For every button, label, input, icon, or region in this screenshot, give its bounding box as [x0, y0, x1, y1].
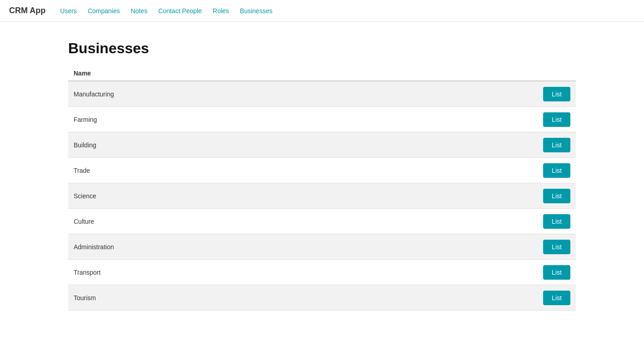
list-button[interactable]: List — [543, 189, 570, 203]
column-name-header: Name — [74, 70, 91, 77]
table-row: ScienceList — [68, 183, 576, 209]
list-button[interactable]: List — [543, 138, 570, 152]
table-header: Name — [68, 66, 576, 81]
business-name: Transport — [74, 269, 543, 276]
nav-notes[interactable]: Notes — [131, 7, 148, 15]
table-row: TradeList — [68, 158, 576, 183]
list-button[interactable]: List — [543, 87, 570, 101]
table-row: FarmingList — [68, 107, 576, 132]
business-name: Culture — [74, 218, 543, 225]
list-button[interactable]: List — [543, 240, 570, 254]
table-row: AdministrationList — [68, 234, 576, 260]
business-name: Administration — [74, 243, 543, 251]
table-body: ManufacturingListFarmingListBuildingList… — [68, 81, 576, 311]
app-brand: CRM App — [9, 6, 45, 15]
table-row: TransportList — [68, 260, 576, 285]
business-name: Manufacturing — [74, 91, 543, 98]
business-name: Farming — [74, 116, 543, 123]
list-button[interactable]: List — [543, 112, 570, 127]
business-name: Trade — [74, 167, 543, 174]
business-name: Tourism — [74, 294, 543, 302]
nav-contact-people[interactable]: Contact People — [158, 7, 202, 15]
nav-links: UsersCompaniesNotesContact PeopleRolesBu… — [60, 7, 272, 15]
businesses-table: Name ManufacturingListFarmingListBuildin… — [68, 66, 576, 311]
table-row: TourismList — [68, 285, 576, 311]
nav-roles[interactable]: Roles — [213, 7, 229, 15]
main-content: Businesses Name ManufacturingListFarming… — [0, 22, 644, 329]
nav-businesses[interactable]: Businesses — [240, 7, 273, 15]
business-name: Building — [74, 141, 543, 149]
navbar: CRM App UsersCompaniesNotesContact Peopl… — [0, 0, 644, 22]
nav-companies[interactable]: Companies — [88, 7, 120, 15]
business-name: Science — [74, 192, 543, 200]
list-button[interactable]: List — [543, 214, 570, 229]
nav-users[interactable]: Users — [60, 7, 77, 15]
list-button[interactable]: List — [543, 265, 570, 280]
page-title: Businesses — [68, 40, 576, 57]
list-button[interactable]: List — [543, 163, 570, 178]
list-button[interactable]: List — [543, 291, 570, 305]
table-row: ManufacturingList — [68, 81, 576, 107]
table-row: CultureList — [68, 209, 576, 234]
table-row: BuildingList — [68, 132, 576, 158]
